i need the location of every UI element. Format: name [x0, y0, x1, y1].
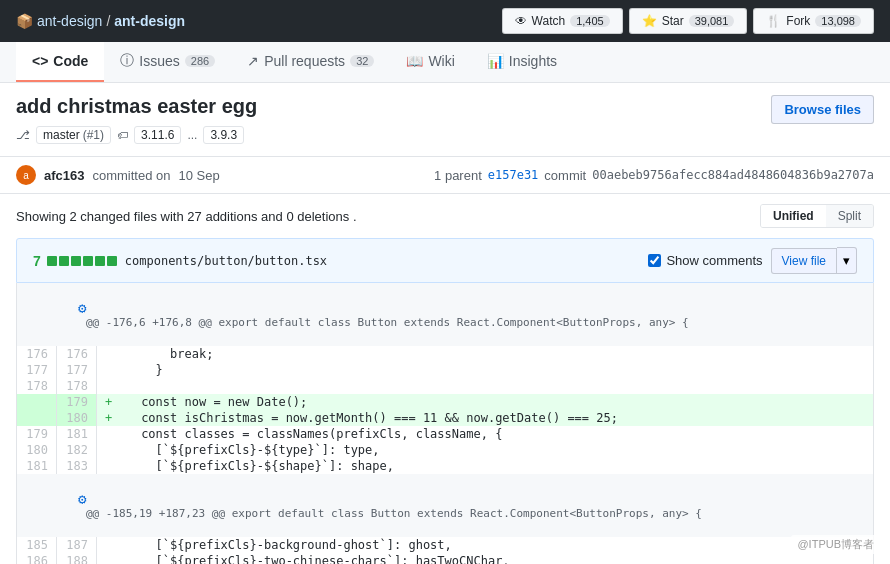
- tab-issues[interactable]: ⓘ Issues 286: [104, 42, 231, 82]
- repo-actions: 👁 Watch 1,405 ⭐ Star 39,081 🍴 Fork 13,09…: [502, 8, 874, 34]
- line-num-old: 186: [17, 553, 57, 564]
- tab-issues-label: Issues: [139, 53, 179, 69]
- view-file-dropdown[interactable]: ▾: [837, 247, 857, 274]
- stats-text: Showing 2 changed files with 27 addition…: [16, 209, 357, 224]
- line-content: [`${prefixCls}-${shape}`]: shape,: [97, 458, 874, 474]
- branch-name: master: [43, 128, 80, 142]
- org-link[interactable]: ant-design: [37, 13, 102, 29]
- nav-tabs: <> Code ⓘ Issues 286 ↗ Pull requests 32 …: [0, 42, 890, 83]
- view-file-button[interactable]: View file: [771, 248, 837, 274]
- star-count: 39,081: [689, 15, 735, 27]
- commit-title: add christmas easter egg: [16, 95, 257, 118]
- star-icon: ⭐: [642, 14, 657, 28]
- expand-icon-2[interactable]: ⚙: [78, 491, 86, 507]
- repo-path: 📦 ant-design / ant-design: [16, 13, 185, 29]
- browse-files-button[interactable]: Browse files: [771, 95, 874, 124]
- line-num-old: 179: [17, 426, 57, 442]
- line-num-old: 178: [17, 378, 57, 394]
- file-count: 7: [33, 253, 41, 269]
- line-content: const classes = classNames(prefixCls, cl…: [97, 426, 874, 442]
- issues-badge: 286: [185, 55, 215, 67]
- branch-tag: master (#1): [36, 126, 111, 144]
- file-indicators: [47, 256, 117, 266]
- full-hash: 00aebeb9756afecc884ad4848604836b9a2707a: [592, 168, 874, 182]
- tab-pull-requests[interactable]: ↗ Pull requests 32: [231, 42, 390, 82]
- with-label: with: [161, 209, 184, 224]
- fork-icon: 🍴: [766, 14, 781, 28]
- branch-icon: ⎇: [16, 128, 30, 142]
- diff-line-add: 179 + const now = new Date();: [17, 394, 874, 410]
- diff-line: 179 181 const classes = classNames(prefi…: [17, 426, 874, 442]
- eye-icon: 👁: [515, 14, 527, 28]
- diff-line: 176 176 break;: [17, 346, 874, 362]
- author-line: a afc163 committed on 10 Sep 1 parent e1…: [0, 157, 890, 194]
- star-label: Star: [662, 14, 684, 28]
- line-content: [`${prefixCls}-${type}`]: type,: [97, 442, 874, 458]
- line-num-old: 185: [17, 537, 57, 553]
- diff-mode-buttons: Unified Split: [760, 204, 874, 228]
- line-num-new: 181: [57, 426, 97, 442]
- wiki-icon: 📖: [406, 53, 423, 69]
- fork-count: 13,098: [815, 15, 861, 27]
- tab-wiki-label: Wiki: [428, 53, 454, 69]
- parent-hash-link[interactable]: e157e31: [488, 168, 539, 182]
- pr-icon: ↗: [247, 53, 259, 69]
- show-comments-checkbox[interactable]: [648, 254, 661, 267]
- star-button[interactable]: ⭐ Star 39,081: [629, 8, 748, 34]
- tab-code[interactable]: <> Code: [16, 42, 104, 82]
- diff-expand-row-2: ⚙ @@ -185,19 +187,23 @@ export default c…: [17, 474, 874, 537]
- tag-icon: 🏷: [117, 129, 128, 141]
- diff-line: 178 178: [17, 378, 874, 394]
- code-icon: <>: [32, 53, 48, 69]
- line-num-new: 176: [57, 346, 97, 362]
- diff-line-add: 180 + const isChristmas = now.getMonth()…: [17, 410, 874, 426]
- repo-icon: 📦: [16, 13, 33, 29]
- file-diff-block: 7 components/button/button.tsx Show comm…: [8, 238, 882, 564]
- line-num-new: 180: [57, 410, 97, 426]
- line-content: [97, 378, 874, 394]
- and-label: and: [261, 209, 283, 224]
- diff-line: 186 188 [`${prefixCls}-two-chinese-chars…: [17, 553, 874, 564]
- line-num-old: 177: [17, 362, 57, 378]
- watermark: @ITPUB博客者: [791, 535, 880, 554]
- tab-code-label: Code: [53, 53, 88, 69]
- author-name: afc163: [44, 168, 84, 183]
- tab-pr-label: Pull requests: [264, 53, 345, 69]
- insights-icon: 📊: [487, 53, 504, 69]
- author-action: committed on: [92, 168, 170, 183]
- watch-count: 1,405: [570, 15, 610, 27]
- top-header: 📦 ant-design / ant-design 👁 Watch 1,405 …: [0, 0, 890, 42]
- repo-link[interactable]: ant-design: [114, 13, 185, 29]
- stats-bar: Showing 2 changed files with 27 addition…: [0, 194, 890, 238]
- pr-badge: 32: [350, 55, 374, 67]
- changed-files: 2 changed files: [70, 209, 157, 224]
- show-comments-text: Show comments: [666, 253, 762, 268]
- line-num-new: 178: [57, 378, 97, 394]
- line-content: + const now = new Date();: [97, 394, 874, 410]
- line-num-new: 182: [57, 442, 97, 458]
- show-comments-label: Show comments: [648, 253, 762, 268]
- line-num-new: 179: [57, 394, 97, 410]
- unified-button[interactable]: Unified: [761, 205, 826, 227]
- file-path: components/button/button.tsx: [125, 254, 649, 268]
- pr-ref: (#1): [83, 128, 104, 142]
- line-content: [`${prefixCls}-background-ghost`]: ghost…: [97, 537, 874, 553]
- diff-line: 177 177 }: [17, 362, 874, 378]
- expand-icon-1[interactable]: ⚙: [78, 300, 86, 316]
- hunk1-context: @@ -176,6 +176,8 @@ export default class…: [86, 316, 689, 329]
- line-num-new: 188: [57, 553, 97, 564]
- line-content: [`${prefixCls}-two-chinese-chars`]: hasT…: [97, 553, 874, 564]
- parent-label: 1 parent: [434, 168, 482, 183]
- deletions-count: 0 deletions: [286, 209, 349, 224]
- fork-label: Fork: [786, 14, 810, 28]
- tab-insights[interactable]: 📊 Insights: [471, 42, 573, 82]
- fork-button[interactable]: 🍴 Fork 13,098: [753, 8, 874, 34]
- diff-line: 185 187 [`${prefixCls}-background-ghost`…: [17, 537, 874, 553]
- issues-icon: ⓘ: [120, 52, 134, 70]
- line-num-old: [17, 410, 57, 426]
- watch-button[interactable]: 👁 Watch 1,405: [502, 8, 623, 34]
- tab-wiki[interactable]: 📖 Wiki: [390, 42, 470, 82]
- tag-sep: ...: [187, 128, 197, 142]
- tag2: 3.9.3: [203, 126, 244, 144]
- split-button[interactable]: Split: [826, 205, 873, 227]
